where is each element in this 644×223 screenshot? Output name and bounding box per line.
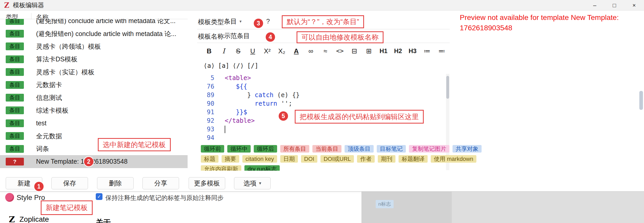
- superscript-icon[interactable]: X²: [260, 46, 275, 56]
- list-item[interactable]: 条目(避免报错) conclude article with metadata …: [0, 19, 188, 27]
- template-name: 综述卡模板: [36, 106, 68, 115]
- code-token: (e) {}: [273, 91, 300, 99]
- tag-all-items[interactable]: 所有条目: [280, 145, 309, 153]
- more-templates-button[interactable]: 更多模板: [189, 177, 225, 189]
- preview-scrollbar-thumb[interactable]: [639, 91, 643, 110]
- list-item[interactable]: 条目算法卡DS模板: [0, 53, 188, 66]
- save-button[interactable]: 保存: [51, 177, 88, 189]
- tag-loop-middle[interactable]: 循环中: [227, 145, 251, 153]
- html-tag-icon[interactable]: ⟨a⟩: [202, 61, 216, 71]
- editor-scrollbar-thumb[interactable]: [446, 76, 449, 99]
- sync-checkbox[interactable]: ✓: [96, 193, 102, 200]
- tag-shared-object[interactable]: 共享对象: [453, 145, 482, 153]
- tag-title-translation[interactable]: 标题翻译: [399, 155, 428, 163]
- tag-current-item[interactable]: 当前条目: [312, 145, 341, 153]
- tag-title[interactable]: 标题: [201, 155, 218, 163]
- divider: [197, 29, 450, 29]
- code-editor[interactable]: 5 <table> 76 ${{ 89 } catch (e) {} 90 re…: [197, 74, 446, 144]
- list-item[interactable]: 条目元数据卡: [0, 78, 188, 91]
- list-item[interactable]: 条目(避免报错en) conclude article with metadat…: [0, 27, 188, 40]
- window-title: 模板编辑器: [13, 1, 44, 9]
- bracket-attr-icon[interactable]: [a]: [216, 61, 231, 71]
- tag-allow-refresh[interactable]: 允许内容刷新: [201, 165, 241, 171]
- list-item[interactable]: 条目灵感卡（跨领域）模板: [0, 40, 188, 53]
- bracket-close-icon[interactable]: [/]: [245, 61, 260, 71]
- list-item[interactable]: 条目信息测试: [0, 91, 188, 104]
- tag-doi[interactable]: DOI: [301, 155, 317, 163]
- line-number: 89: [197, 91, 214, 99]
- template-type-select[interactable]: 条目 ▾: [224, 17, 242, 26]
- template-type-label: 模板类型: [198, 18, 224, 26]
- options-label: 选项: [243, 179, 256, 188]
- annotation-box-new-template: 新建笔记模板: [41, 200, 93, 215]
- placeholder-tags-row3: 允许内容刷新 dry run标志: [201, 165, 280, 171]
- type-badge: 条目: [6, 68, 24, 76]
- font-color-icon[interactable]: A: [289, 46, 304, 56]
- type-help-icon[interactable]: ?: [266, 18, 270, 25]
- text-cursor: [225, 126, 225, 133]
- list-item[interactable]: 条目灵感卡（实证）模板: [0, 66, 188, 78]
- tag-date[interactable]: 日期: [280, 155, 298, 163]
- save-button-label: 保存: [63, 179, 76, 188]
- tag-citation-key[interactable]: citation key: [242, 155, 277, 163]
- horizontal-rule-icon[interactable]: ≈: [318, 46, 333, 56]
- tag-dry-run-flag[interactable]: dry run标志: [244, 165, 280, 171]
- heading1-icon[interactable]: H1: [376, 46, 391, 56]
- delete-button[interactable]: 删除: [97, 177, 134, 189]
- tag-top-item[interactable]: 顶级条目: [345, 145, 374, 153]
- type-badge: 条目: [6, 132, 24, 140]
- delete-button-label: 删除: [109, 179, 122, 188]
- template-name: New Template: 1762618903548: [36, 158, 128, 165]
- sidebar-item-zoplicate[interactable]: Zoplicate: [19, 215, 49, 223]
- list-item-selected[interactable]: ?New Template: 1762618903548: [0, 155, 188, 168]
- tag-target-note[interactable]: 目标笔记: [377, 145, 406, 153]
- inline-code-icon[interactable]: <>: [333, 46, 347, 56]
- new-button-label: 新建: [18, 179, 31, 188]
- zoplicate-icon: Z: [9, 214, 15, 223]
- template-name: 灵感卡（跨领域）模板: [36, 42, 101, 51]
- maximize-button[interactable]: □: [605, 0, 624, 11]
- tag-copy-note-image[interactable]: 复制笔记图片: [409, 145, 449, 153]
- more-templates-label: 更多模板: [194, 179, 220, 188]
- subscript-icon[interactable]: X₂: [275, 46, 289, 56]
- annotation-box-select-template: 选中新建的笔记模板: [98, 138, 171, 151]
- tag-abstract[interactable]: 摘要: [222, 155, 239, 163]
- table-icon[interactable]: ⊞: [362, 46, 376, 56]
- code-block-icon[interactable]: ⟨/⟩: [231, 61, 245, 71]
- minimize-button[interactable]: –: [585, 0, 605, 11]
- format-toolbar-row2: ⟨a⟩ [a] ⟨/⟩ [/]: [202, 61, 260, 71]
- heading3-icon[interactable]: H3: [405, 46, 420, 56]
- heading2-icon[interactable]: H2: [391, 46, 405, 56]
- share-button[interactable]: 分享: [142, 177, 179, 189]
- type-badge: 条目: [6, 55, 24, 63]
- app-icon: Z: [4, 1, 9, 9]
- code-token: }: [225, 91, 255, 99]
- italic-icon[interactable]: I: [216, 46, 231, 56]
- annotation-circle-4: 4: [266, 32, 275, 42]
- underline-icon[interactable]: U: [245, 46, 260, 56]
- link-icon[interactable]: ∞: [304, 46, 318, 56]
- tag-author[interactable]: 作者: [357, 155, 375, 163]
- tag-doi-or-url[interactable]: DOI或URL: [320, 155, 354, 163]
- tag-loop-after[interactable]: 循环后: [254, 145, 277, 153]
- code-token: </table>: [225, 117, 255, 124]
- type-badge: 条目: [6, 19, 24, 25]
- bullet-list-icon[interactable]: ≔: [420, 46, 434, 56]
- annotation-circle-5: 5: [279, 111, 288, 121]
- blockquote-icon[interactable]: ⊟: [347, 46, 362, 56]
- code-token: [225, 100, 255, 107]
- close-button[interactable]: ×: [624, 0, 644, 11]
- tag-journal[interactable]: 期刊: [378, 155, 395, 163]
- tag-use-markdown[interactable]: 使用 markdown: [431, 155, 476, 163]
- type-badge-question: ?: [6, 158, 24, 166]
- tag-loop-before[interactable]: 循环前: [201, 145, 224, 153]
- line-number: 93: [197, 125, 214, 134]
- check-icon: ✓: [97, 194, 101, 199]
- strikethrough-icon[interactable]: S: [231, 46, 245, 56]
- list-item[interactable]: 条目test: [0, 117, 188, 130]
- list-item[interactable]: 条目综述卡模板: [0, 104, 188, 117]
- type-badge: 条目: [6, 30, 24, 38]
- options-button[interactable]: 选项▾: [234, 177, 271, 189]
- bold-icon[interactable]: B: [202, 46, 216, 56]
- numbered-list-icon[interactable]: ≕: [434, 46, 449, 56]
